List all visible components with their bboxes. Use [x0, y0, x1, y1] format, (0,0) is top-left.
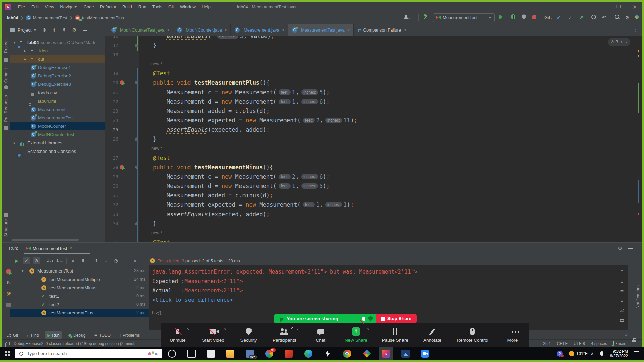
- rerun-tests-icon[interactable]: ▶: [13, 257, 20, 264]
- structure-icon[interactable]: [4, 213, 8, 217]
- taskbar-app-office[interactable]: [285, 350, 293, 358]
- taskbar-app-zoom-app[interactable]: [421, 350, 429, 358]
- taskbar-app-edge[interactable]: [304, 350, 312, 358]
- stripe-warning-mark[interactable]: [638, 55, 639, 57]
- test-history-icon[interactable]: ◔: [112, 257, 119, 264]
- menu-code[interactable]: Code: [80, 2, 97, 11]
- scroll-to-end-icon[interactable]: ↧: [618, 297, 626, 304]
- tree-item-lab04[interactable]: ▾lab04sources root, C:\Users\Marti: [10, 38, 106, 47]
- commit-icon[interactable]: [4, 85, 8, 89]
- next-warning-icon[interactable]: ∨: [625, 40, 628, 44]
- tree-item-measurementtest[interactable]: CMeasurementTest: [10, 114, 106, 122]
- menu-refactor[interactable]: Refactor: [97, 2, 119, 11]
- stop-button[interactable]: [532, 14, 536, 21]
- tree-chevron-icon[interactable]: ▾: [14, 38, 16, 47]
- stripe-changed-mark[interactable]: [638, 180, 639, 203]
- sort-alphabetically-icon[interactable]: ↓a: [46, 257, 53, 264]
- action-center-icon[interactable]: [634, 351, 639, 356]
- locate-icon[interactable]: ⊕: [42, 24, 46, 36]
- tab-modncounter-java[interactable]: CModNCounter.java×: [173, 24, 231, 36]
- chevron-down-icon[interactable]: ˅: [367, 327, 369, 331]
- tray-chevron-up-icon[interactable]: ∧: [591, 351, 594, 356]
- debug-button[interactable]: [511, 14, 515, 21]
- zoom-button-participants[interactable]: 2˅Participants: [273, 323, 297, 347]
- tool-button-todo[interactable]: ≡TODO: [92, 331, 113, 339]
- soft-wrap-icon[interactable]: ≡: [618, 288, 626, 294]
- tool-button-git[interactable]: ⎇Git: [4, 331, 20, 339]
- tree-item-scratches-and-consoles[interactable]: Scratches and Consoles: [10, 147, 106, 156]
- zoom-button-more[interactable]: More: [503, 323, 522, 347]
- fold-marker-icon[interactable]: [135, 44, 138, 47]
- tree-item--idea[interactable]: ▸.idea: [10, 47, 106, 55]
- project-panel-title[interactable]: Project: [18, 27, 31, 33]
- tab-measurement-java[interactable]: CMeasurement.java×: [231, 24, 288, 36]
- console-line[interactable]: <Click to see difference>: [152, 295, 233, 305]
- close-tab-icon[interactable]: ×: [404, 28, 406, 33]
- menu-view[interactable]: View: [42, 2, 57, 11]
- prev-warning-icon[interactable]: ∧: [620, 40, 623, 44]
- chevron-down-icon[interactable]: ˅: [187, 327, 189, 331]
- file-encoding[interactable]: UTF-8: [574, 340, 585, 348]
- taskbar-app-file-explorer[interactable]: [226, 350, 234, 358]
- user-icon[interactable]: ▾: [402, 14, 411, 21]
- indent-style[interactable]: 4 spaces: [591, 340, 607, 348]
- fold-marker-icon[interactable]: [135, 137, 138, 141]
- stripe-error-mark[interactable]: [638, 213, 639, 215]
- sort-by-duration-icon[interactable]: ↓≡: [56, 257, 63, 264]
- build-hammer-icon[interactable]: [422, 14, 429, 21]
- breadcrumb-item-measurementtest[interactable]: MeasurementTest: [33, 15, 67, 20]
- menu-navigate[interactable]: Navigate: [57, 2, 80, 11]
- zoom-button-security[interactable]: Security: [239, 323, 258, 347]
- clear-console-icon[interactable]: ▤: [618, 317, 626, 323]
- close-tab-icon[interactable]: ×: [282, 28, 284, 33]
- menu-help[interactable]: Help: [199, 2, 214, 11]
- test-row-testmeasurementmultiple[interactable]: ×testMeasurementMultiple24 ms: [10, 275, 149, 284]
- menu-edit[interactable]: Edit: [28, 2, 42, 11]
- lock-icon[interactable]: [632, 340, 636, 342]
- run-tab-measurementtest[interactable]: MeasurementTest ×: [23, 243, 72, 254]
- test-row-measurementtest[interactable]: ▾×MeasurementTest28 ms: [10, 267, 149, 275]
- expand-box-icon[interactable]: +: [152, 311, 156, 314]
- collapse-all-icon[interactable]: ⇞: [62, 24, 66, 36]
- breadcrumb-item-lab04[interactable]: lab04: [7, 15, 18, 20]
- tree-item-lab04-iml[interactable]: lab04.iml: [10, 97, 106, 105]
- tab-options-icon[interactable]: ⋮: [633, 27, 638, 33]
- restore-button[interactable]: ❐: [613, 2, 624, 11]
- breadcrumb-item-testmeasurementplus[interactable]: testMeasurementPlus: [82, 15, 124, 20]
- panel-settings-gear-icon[interactable]: ⚙: [72, 24, 77, 36]
- status-message[interactable]: DebugExercise2: 0 classes reloaded // St…: [14, 340, 135, 348]
- clock[interactable]: 9:32 PM 6/27/2022: [610, 349, 628, 358]
- help-tray-icon[interactable]: ?: [557, 351, 563, 357]
- minimize-button[interactable]: –: [595, 2, 607, 11]
- tree-item-debugexercise3[interactable]: CDebugExercise3: [10, 80, 106, 88]
- tree-item-debugexercise1[interactable]: CDebugExercise1: [10, 63, 106, 72]
- swap-icon[interactable]: ⇄: [618, 307, 626, 314]
- tree-item-modncounter[interactable]: CModNCounter: [10, 122, 106, 130]
- chevron-down-icon[interactable]: ˅: [297, 327, 299, 331]
- menu-git[interactable]: Git: [165, 2, 177, 11]
- taskbar-search[interactable]: Type here to search: [15, 349, 162, 358]
- menu-tools[interactable]: Tools: [149, 2, 165, 11]
- tool-button-debug[interactable]: ●Debug: [66, 331, 88, 339]
- show-passed-toggle[interactable]: ✓: [23, 257, 30, 264]
- fold-marker-icon[interactable]: [135, 222, 138, 225]
- tool-button-pull-requests[interactable]: Pull Requests: [4, 95, 8, 122]
- weather-icon[interactable]: [569, 351, 574, 356]
- tree-chevron-icon[interactable]: ▸: [14, 139, 16, 147]
- close-tab-icon[interactable]: ×: [167, 28, 169, 33]
- taskbar-app-mail[interactable]: 99+: [246, 350, 254, 358]
- diff-link[interactable]: <Click to see difference>: [152, 297, 233, 303]
- scroll-down-icon[interactable]: ↓: [618, 278, 626, 285]
- taskbar-app-pinwheel[interactable]: [363, 350, 371, 358]
- zoom-button-new-share[interactable]: ↑˅New Share: [345, 323, 367, 347]
- taskbar-app-photos[interactable]: [401, 350, 410, 358]
- code-editor[interactable]: 16 assertEquals( expected:5, value);17 }…: [106, 36, 642, 242]
- run-panel-settings-gear-icon[interactable]: ⚙: [618, 245, 622, 251]
- taskbar-app-chrome[interactable]: [343, 350, 351, 358]
- tool-button-problems[interactable]: !Problems: [117, 331, 142, 339]
- test-row-testmeasurementminus[interactable]: ×testMeasurementMinus2 ms: [10, 284, 149, 292]
- run-test-gutter-icon[interactable]: [120, 80, 124, 85]
- close-tab-icon[interactable]: ×: [347, 28, 350, 33]
- settings-gear-icon[interactable]: ⚙: [625, 14, 629, 21]
- stripe-warning-mark[interactable]: [638, 50, 639, 52]
